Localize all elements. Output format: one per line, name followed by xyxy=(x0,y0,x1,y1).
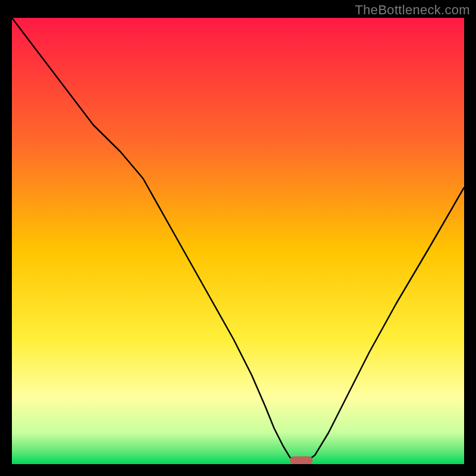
attribution-watermark: TheBottleneck.com xyxy=(355,2,470,18)
gradient-background xyxy=(12,18,464,464)
chart-svg xyxy=(12,18,464,464)
chart-frame: TheBottleneck.com xyxy=(0,0,476,476)
chart-plot-area xyxy=(12,18,464,464)
optimal-marker xyxy=(290,456,312,464)
